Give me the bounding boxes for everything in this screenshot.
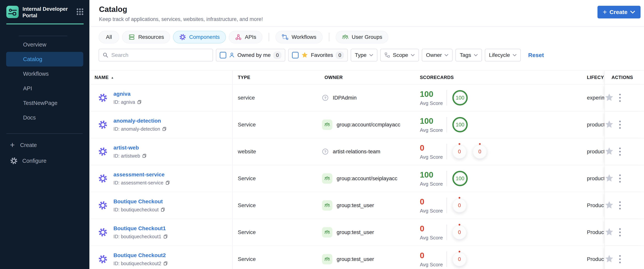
copy-icon[interactable] <box>165 180 170 185</box>
owned-by-me-checkbox[interactable] <box>220 52 226 58</box>
copy-icon[interactable] <box>163 261 168 266</box>
sidebar-item-workflows[interactable]: Workflows <box>0 66 90 81</box>
page-subtitle: Keep track of applications, services, we… <box>99 16 644 22</box>
catalog-table: NAME ▲ TYPE OWNER SCORECARDS LIFECYCLE A… <box>90 70 644 269</box>
scorecard-ring[interactable]: 0 <box>452 225 466 240</box>
tags-dropdown-label: Tags <box>460 52 471 58</box>
copy-icon[interactable] <box>137 100 142 104</box>
avg-score-value: 0 <box>420 251 446 260</box>
entity-name-link[interactable]: assessment-service <box>114 172 170 178</box>
avg-score-value: 100 <box>420 170 446 180</box>
entity-name-link[interactable]: anomaly-detection <box>114 118 167 124</box>
type-dropdown[interactable]: Type <box>351 49 377 61</box>
gear-icon <box>10 157 18 165</box>
table-row: assessment-service ID: assessment-servic… <box>90 165 644 192</box>
entity-id: ID: anomaly-detection <box>114 126 160 132</box>
row-menu-icon[interactable] <box>619 175 621 183</box>
column-header-lifecycle: LIFECYCLE <box>576 71 604 84</box>
scorecard-ring[interactable]: 100 <box>452 117 468 132</box>
create-button[interactable]: + Create <box>598 6 640 18</box>
tab-separator <box>329 33 329 41</box>
favorite-star-icon[interactable] <box>604 255 614 264</box>
sort-asc-icon: ▲ <box>111 76 114 79</box>
entity-owner: group:test_user <box>336 202 374 209</box>
scorecard-ring[interactable]: 100 <box>452 171 468 186</box>
tab-workflows[interactable]: Workflows <box>276 31 322 43</box>
table-row: Boutique Checkout ID: boutiquecheckout S… <box>90 192 644 219</box>
app-title: Internal Developer Portal <box>22 6 68 19</box>
row-menu-icon[interactable] <box>619 228 621 236</box>
scorecard-ring[interactable]: 100 <box>452 90 468 105</box>
entity-name-link[interactable]: Boutique Checkout2 <box>114 252 168 259</box>
copy-icon[interactable] <box>142 154 147 158</box>
owned-by-me-filter[interactable]: Owned by me 0 <box>216 49 285 61</box>
search-box[interactable] <box>98 49 213 61</box>
workflows-icon <box>282 34 288 40</box>
favorite-star-icon[interactable] <box>604 174 614 184</box>
favorites-filter[interactable]: Favorites 0 <box>288 49 348 61</box>
table-header-row: NAME ▲ TYPE OWNER SCORECARDS LIFECYCLE A… <box>90 70 644 84</box>
tab-components[interactable]: Components <box>173 31 226 43</box>
sidebar-accent-rule <box>6 23 84 24</box>
app-logo <box>6 6 19 18</box>
sidebar-item-docs[interactable]: Docs <box>0 110 90 125</box>
copy-icon[interactable] <box>160 207 165 212</box>
entity-name-link[interactable]: Boutique Checkout1 <box>114 225 168 232</box>
entity-name-link[interactable]: Boutique Checkout <box>114 199 165 205</box>
entity-lifecycle: Production <box>576 192 604 219</box>
sidebar-item-catalog[interactable]: Catalog <box>6 52 83 66</box>
sidebar-configure-button[interactable]: Configure <box>0 153 90 169</box>
group-owner-icon <box>322 173 332 184</box>
column-header-scorecards: SCORECARDS <box>410 71 576 84</box>
row-menu-icon[interactable] <box>619 255 621 263</box>
tab-resources[interactable]: Resources <box>122 31 170 43</box>
entity-name-link[interactable]: artist-web <box>114 145 147 151</box>
scorecard-ring[interactable]: 0 <box>452 145 466 159</box>
row-menu-icon[interactable] <box>619 201 621 210</box>
owner-dropdown[interactable]: Owner <box>422 49 452 61</box>
favorite-star-icon[interactable] <box>604 93 614 103</box>
tab-all[interactable]: All <box>98 31 119 43</box>
tags-dropdown[interactable]: Tags <box>456 49 482 61</box>
entity-type: Service <box>232 192 317 219</box>
entity-owner: group:test_user <box>336 256 374 262</box>
scorecard-ring[interactable]: 0 <box>452 252 466 266</box>
lifecycle-dropdown[interactable]: Lifecycle <box>485 49 521 61</box>
reset-filters-button[interactable]: Reset <box>528 52 544 58</box>
entity-owner: artist-relations-team <box>333 149 380 155</box>
tab-apis[interactable]: APIs <box>229 31 262 43</box>
favorites-checkbox[interactable] <box>292 52 298 58</box>
search-input[interactable] <box>111 52 204 58</box>
entity-name-link[interactable]: agniva <box>114 91 142 97</box>
copy-icon[interactable] <box>163 234 168 239</box>
chevron-down-icon <box>474 54 478 56</box>
app-grid-icon[interactable] <box>76 8 84 16</box>
row-menu-icon[interactable] <box>619 94 621 102</box>
entity-id: ID: artistweb <box>114 153 140 159</box>
entity-type: service <box>232 84 317 111</box>
sidebar-item-overview[interactable]: Overview <box>0 37 90 52</box>
row-menu-icon[interactable] <box>619 148 621 156</box>
scorecard-ring[interactable]: 0 <box>452 198 466 213</box>
column-header-name[interactable]: NAME ▲ <box>90 71 232 84</box>
scorecard-ring[interactable]: 0 <box>473 145 487 159</box>
tab-components-label: Components <box>189 34 220 40</box>
svg-text:?: ? <box>324 96 326 100</box>
sidebar-item-testnewpage[interactable]: TestNewPage <box>0 96 90 110</box>
favorite-star-icon[interactable] <box>604 201 614 210</box>
chevron-down-icon <box>513 54 516 56</box>
chevron-down-icon <box>444 54 448 56</box>
tab-user-groups[interactable]: User Groups <box>336 31 388 43</box>
sidebar-create-button[interactable]: + Create <box>0 137 90 153</box>
row-menu-icon[interactable] <box>619 121 621 129</box>
favorite-star-icon[interactable] <box>604 228 614 237</box>
sidebar-nav: Overview Catalog Workflows API TestNewPa… <box>0 37 90 125</box>
copy-icon[interactable] <box>162 127 167 131</box>
scope-dropdown[interactable]: Scope <box>380 49 419 61</box>
avg-score-label: Avg Score <box>420 154 446 160</box>
sidebar-item-api[interactable]: API <box>0 81 90 96</box>
type-dropdown-label: Type <box>355 52 366 58</box>
favorite-star-icon[interactable] <box>604 120 614 130</box>
plus-icon: + <box>603 9 607 15</box>
favorite-star-icon[interactable] <box>604 147 614 157</box>
